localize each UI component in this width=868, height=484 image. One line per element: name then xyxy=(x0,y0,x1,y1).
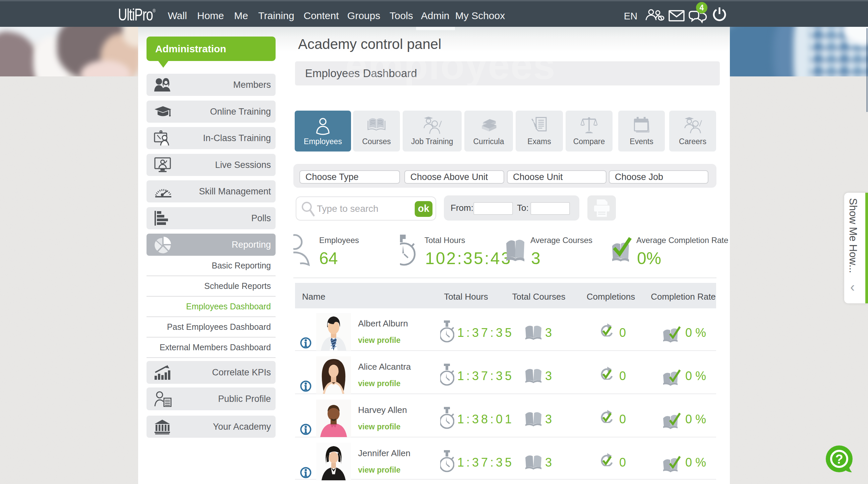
svg-text:?: ? xyxy=(835,452,843,466)
